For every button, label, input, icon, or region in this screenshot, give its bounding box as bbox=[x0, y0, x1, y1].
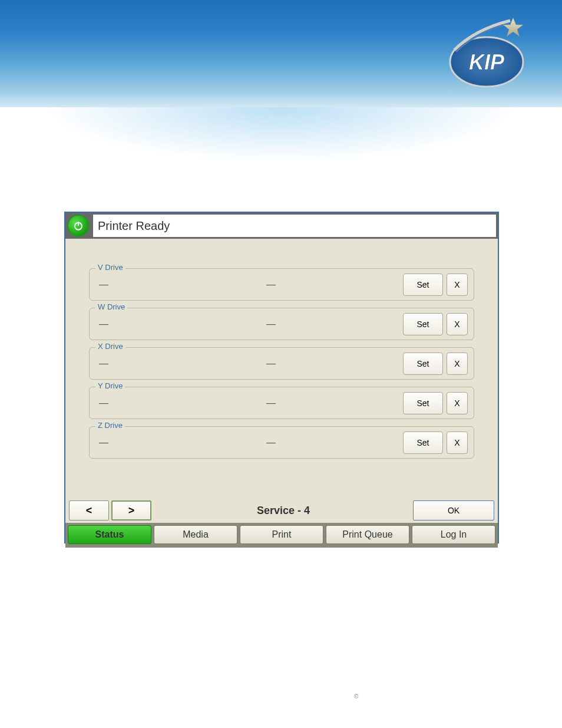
w-drive-label: W Drive bbox=[95, 302, 127, 311]
next-page-button[interactable]: > bbox=[111, 500, 151, 521]
prev-page-button[interactable]: < bbox=[69, 500, 109, 521]
title-bar: Printer Ready bbox=[65, 213, 498, 239]
x-drive-value-2: — bbox=[266, 358, 403, 369]
header-glow bbox=[0, 107, 562, 184]
x-drive-set-button[interactable]: Set bbox=[403, 353, 443, 375]
y-drive-clear-button[interactable]: X bbox=[447, 392, 468, 414]
kip-logo: KIP bbox=[445, 18, 528, 91]
svg-text:KIP: KIP bbox=[469, 50, 505, 74]
v-drive-group: V Drive — — Set X bbox=[89, 268, 474, 301]
v-drive-label: V Drive bbox=[95, 263, 125, 272]
y-drive-group: Y Drive — — Set X bbox=[89, 387, 474, 419]
x-drive-clear-button[interactable]: X bbox=[447, 353, 468, 375]
z-drive-value-1: — bbox=[95, 437, 266, 448]
w-drive-group: W Drive — — Set X bbox=[89, 308, 474, 340]
bottom-tab-row: Status Media Print Print Queue Log In bbox=[65, 523, 498, 548]
y-drive-label: Y Drive bbox=[95, 381, 125, 390]
power-icon bbox=[73, 220, 84, 231]
x-drive-group: X Drive — — Set X bbox=[89, 347, 474, 380]
z-drive-clear-button[interactable]: X bbox=[447, 431, 468, 454]
v-drive-set-button[interactable]: Set bbox=[403, 274, 443, 296]
printer-service-panel: Printer Ready V Drive — — Set X W Drive … bbox=[64, 212, 499, 543]
tab-print-queue[interactable]: Print Queue bbox=[326, 525, 409, 544]
drives-content: V Drive — — Set X W Drive — — Set X X Dr… bbox=[65, 239, 498, 498]
z-drive-set-button[interactable]: Set bbox=[403, 431, 443, 454]
x-drive-label: X Drive bbox=[95, 342, 125, 351]
v-drive-value-2: — bbox=[266, 279, 403, 290]
v-drive-value-1: — bbox=[95, 279, 266, 290]
y-drive-set-button[interactable]: Set bbox=[403, 392, 443, 414]
w-drive-clear-button[interactable]: X bbox=[447, 313, 468, 335]
w-drive-value-2: — bbox=[266, 319, 403, 330]
power-button[interactable] bbox=[67, 215, 90, 237]
copyright-symbol: © bbox=[354, 693, 358, 700]
z-drive-value-2: — bbox=[266, 437, 403, 448]
page-title: Service - 4 bbox=[154, 505, 413, 517]
w-drive-value-1: — bbox=[95, 319, 266, 330]
printer-status-text: Printer Ready bbox=[93, 215, 496, 237]
z-drive-group: Z Drive — — Set X bbox=[89, 426, 474, 459]
z-drive-label: Z Drive bbox=[95, 421, 125, 430]
v-drive-clear-button[interactable]: X bbox=[447, 274, 468, 296]
tab-login[interactable]: Log In bbox=[412, 525, 495, 544]
w-drive-set-button[interactable]: Set bbox=[403, 313, 443, 335]
nav-row: < > Service - 4 OK bbox=[65, 498, 498, 523]
x-drive-value-1: — bbox=[95, 358, 266, 369]
tab-status[interactable]: Status bbox=[68, 525, 151, 544]
tab-media[interactable]: Media bbox=[154, 525, 237, 544]
y-drive-value-2: — bbox=[266, 398, 403, 409]
tab-print[interactable]: Print bbox=[240, 525, 323, 544]
ok-button[interactable]: OK bbox=[413, 500, 494, 521]
y-drive-value-1: — bbox=[95, 398, 266, 409]
